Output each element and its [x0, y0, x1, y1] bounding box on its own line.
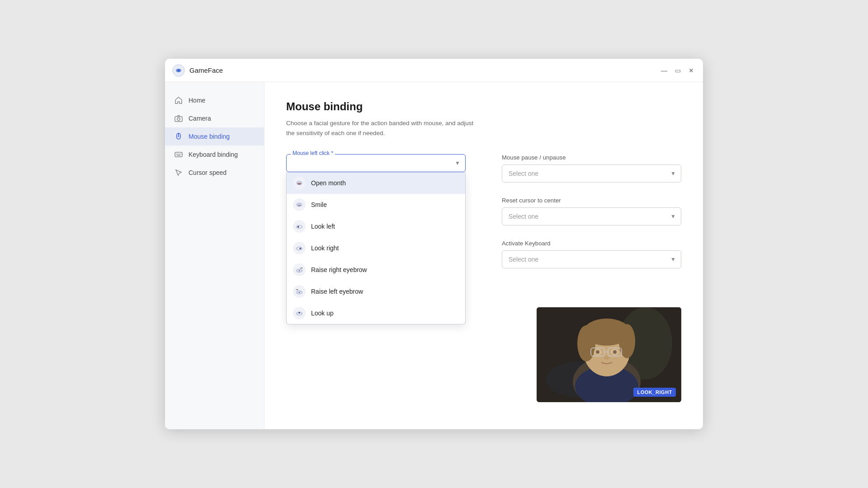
svg-point-35 — [299, 312, 300, 313]
binding-mouse-left-click: Mouse left click * ▼ — [286, 154, 466, 183]
activate-keyboard-label: Activate Keyboard — [502, 240, 681, 247]
svg-point-7 — [178, 136, 179, 137]
svg-rect-10 — [178, 154, 179, 155]
activate-keyboard-select-wrapper: Select one ▼ — [502, 250, 681, 268]
svg-rect-12 — [181, 154, 182, 155]
reset-cursor-select[interactable]: Select one — [502, 207, 681, 225]
camera-preview: LOOK_RIGHT — [537, 307, 681, 402]
camera-detection-label: LOOK_RIGHT — [633, 388, 676, 397]
minimize-button[interactable]: — — [660, 66, 669, 75]
dropdown-label-raise-left-eyebrow: Raise left eyebrow — [311, 288, 363, 295]
mouse-pause-select-wrapper: Select one ▼ — [502, 164, 681, 183]
sidebar-label-keyboard-binding: Keyboard binding — [189, 151, 238, 158]
smile-icon — [293, 198, 306, 211]
binding-reset-cursor: Reset cursor to center Select one ▼ — [502, 197, 681, 225]
app-logo — [172, 64, 185, 77]
look-left-icon — [293, 220, 306, 233]
dropdown-menu: Open month Smile — [286, 172, 466, 324]
svg-point-4 — [177, 118, 180, 121]
mouse-left-click-select-wrapper: ▼ Open m — [286, 154, 466, 172]
svg-point-16 — [297, 183, 301, 183]
sidebar-item-keyboard-binding[interactable]: Keyboard binding — [165, 145, 264, 164]
dropdown-label-raise-right-eyebrow: Raise right eyebrow — [311, 266, 367, 273]
svg-rect-13 — [177, 155, 180, 156]
dropdown-label-smile: Smile — [311, 201, 327, 208]
page-description: Choose a facial gesture for the action b… — [286, 118, 476, 138]
main-content: Mouse binding Choose a facial gesture fo… — [264, 82, 703, 429]
svg-point-21 — [298, 226, 299, 227]
reset-cursor-label: Reset cursor to center — [502, 197, 681, 204]
left-eyebrow-icon — [293, 285, 306, 298]
sidebar-label-mouse-binding: Mouse binding — [189, 133, 230, 140]
svg-rect-9 — [176, 154, 177, 155]
window-controls: — ▭ ✕ — [660, 66, 696, 75]
mouse-icon — [174, 132, 183, 141]
sidebar-item-mouse-binding[interactable]: Mouse binding — [165, 127, 264, 145]
svg-point-31 — [299, 292, 300, 293]
dropdown-item-look-up[interactable]: Look up — [287, 302, 465, 324]
app-title: GameFace — [189, 66, 223, 74]
svg-point-51 — [596, 350, 599, 354]
dropdown-item-smile[interactable]: Smile — [287, 194, 465, 216]
dropdown-item-look-left[interactable]: Look left — [287, 216, 465, 237]
svg-rect-8 — [175, 152, 182, 157]
camera-preview-inner: LOOK_RIGHT — [537, 307, 681, 402]
mouth-icon — [293, 177, 306, 189]
svg-point-53 — [604, 356, 609, 360]
dropdown-item-raise-left-eyebrow[interactable]: Raise left eyebrow — [287, 281, 465, 302]
home-icon — [174, 96, 183, 105]
activate-keyboard-select[interactable]: Select one — [502, 250, 681, 268]
close-button[interactable]: ✕ — [687, 66, 696, 75]
dropdown-label-look-up: Look up — [311, 310, 334, 317]
dropdown-label-look-left: Look left — [311, 223, 335, 230]
sidebar-label-home: Home — [189, 97, 205, 104]
svg-point-2 — [178, 69, 180, 71]
dropdown-item-open-mouth[interactable]: Open month — [287, 172, 465, 194]
svg-rect-11 — [179, 154, 180, 155]
page-title: Mouse binding — [286, 100, 681, 113]
camera-icon — [174, 114, 183, 123]
mouse-left-click-label: Mouse left click * — [291, 150, 335, 156]
binding-activate-keyboard: Activate Keyboard Select one ▼ — [502, 240, 681, 268]
titlebar: GameFace — ▭ ✕ — [165, 59, 703, 82]
reset-cursor-select-wrapper: Select one ▼ — [502, 207, 681, 225]
sidebar-label-cursor-speed: Cursor speed — [189, 169, 226, 176]
mouse-pause-select[interactable]: Select one — [502, 164, 681, 183]
keyboard-icon — [174, 150, 183, 159]
right-eyebrow-icon — [293, 263, 306, 276]
binding-mouse-pause: Mouse pause / unpause Select one ▼ — [502, 154, 681, 183]
look-up-icon — [293, 307, 306, 319]
sidebar: Home Camera — [165, 82, 264, 429]
sidebar-item-camera[interactable]: Camera — [165, 109, 264, 127]
sidebar-item-home[interactable]: Home — [165, 91, 264, 109]
sidebar-label-camera: Camera — [189, 115, 211, 122]
svg-point-17 — [296, 202, 302, 207]
required-asterisk: * — [331, 150, 333, 156]
mouse-left-click-input[interactable] — [286, 154, 466, 172]
mouse-pause-label: Mouse pause / unpause — [502, 154, 681, 161]
dropdown-label-open-mouth: Open month — [311, 179, 346, 187]
cursor-icon — [174, 168, 183, 177]
svg-point-52 — [613, 350, 617, 354]
dropdown-item-raise-right-eyebrow[interactable]: Raise right eyebrow — [287, 259, 465, 281]
maximize-button[interactable]: ▭ — [673, 66, 682, 75]
svg-point-25 — [300, 248, 301, 249]
look-right-icon — [293, 242, 306, 254]
dropdown-item-look-right[interactable]: Look right — [287, 237, 465, 259]
svg-rect-3 — [175, 117, 182, 122]
sidebar-item-cursor-speed[interactable]: Cursor speed — [165, 164, 264, 182]
content-area: Home Camera — [165, 82, 703, 429]
app-window: GameFace — ▭ ✕ Home — [165, 59, 703, 429]
dropdown-label-look-right: Look right — [311, 244, 339, 252]
svg-point-28 — [299, 270, 300, 272]
